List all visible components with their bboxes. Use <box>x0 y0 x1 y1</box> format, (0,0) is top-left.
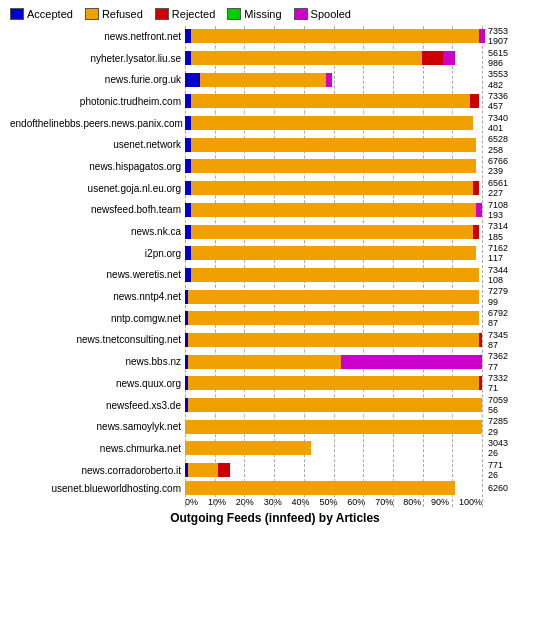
value-1: 3553 <box>488 69 508 79</box>
bar-refused <box>191 268 479 282</box>
table-row: nyheter.lysator.liu.se5615986 <box>10 48 540 69</box>
bar-label: news.quux.org <box>10 378 185 389</box>
bar-refused <box>191 225 473 239</box>
bar-spooled <box>476 203 482 217</box>
bar-track <box>185 181 485 195</box>
bar-track <box>185 246 485 260</box>
bar-track <box>185 463 485 477</box>
bar-spooled <box>443 51 455 65</box>
x-tick-20: 20% <box>236 497 254 507</box>
bar-label: nntp.comgw.net <box>10 313 185 324</box>
x-tick-60: 60% <box>347 497 365 507</box>
bar-accepted <box>185 73 200 87</box>
bar-values: 6260 <box>485 483 540 493</box>
value-2: 986 <box>488 58 503 68</box>
chart-body: news.netfront.net73531907nyheter.lysator… <box>10 26 540 507</box>
value-1: 6528 <box>488 134 508 144</box>
bar-track <box>185 355 485 369</box>
bar-label: news.hispagatos.org <box>10 161 185 172</box>
bar-refused <box>191 138 476 152</box>
bar-refused <box>188 333 479 347</box>
table-row: usenet.blueworldhosting.com6260 <box>10 481 540 495</box>
bar-label: usenet.blueworldhosting.com <box>10 483 185 494</box>
legend: Accepted Refused Rejected Missing Spoole… <box>10 8 540 20</box>
legend-refused: Refused <box>85 8 143 20</box>
value-1: 3043 <box>488 438 508 448</box>
bar-label: newsfeed.xs3.de <box>10 400 185 411</box>
bar-values: 6561227 <box>485 178 540 199</box>
value-2: 71 <box>488 383 498 393</box>
bar-label: news.furie.org.uk <box>10 74 185 85</box>
missing-label: Missing <box>244 8 281 20</box>
bar-refused <box>191 159 476 173</box>
bar-track <box>185 73 485 87</box>
table-row: endofthelinebbs.peers.news.panix.com7340… <box>10 113 540 134</box>
value-1: 7362 <box>488 351 508 361</box>
value-2: 401 <box>488 123 503 133</box>
refused-box <box>85 8 99 20</box>
bar-track <box>185 116 485 130</box>
bar-track <box>185 94 485 108</box>
bar-values: 728529 <box>485 416 540 437</box>
bar-track <box>185 333 485 347</box>
bar-label: news.netfront.net <box>10 31 185 42</box>
bar-rejected <box>479 333 482 347</box>
legend-rejected: Rejected <box>155 8 215 20</box>
value-1: 7279 <box>488 286 508 296</box>
bar-refused <box>200 73 326 87</box>
bar-track <box>185 225 485 239</box>
legend-missing: Missing <box>227 8 281 20</box>
value-2: 99 <box>488 297 498 307</box>
value-1: 7162 <box>488 243 508 253</box>
value-1: 7285 <box>488 416 508 426</box>
table-row: news.nk.ca7314185 <box>10 221 540 242</box>
value-1: 7353 <box>488 26 508 36</box>
bar-track <box>185 290 485 304</box>
bar-label: news.tnetconsulting.net <box>10 334 185 345</box>
chart-title: Outgoing Feeds (innfeed) by Articles <box>10 511 540 525</box>
bar-refused <box>191 51 422 65</box>
table-row: newsfeed.bofh.team7108193 <box>10 200 540 221</box>
bar-label: i2pn.org <box>10 248 185 259</box>
bar-refused <box>188 311 479 325</box>
value-2: 1907 <box>488 36 508 46</box>
value-1: 6792 <box>488 308 508 318</box>
accepted-box <box>10 8 24 20</box>
bar-rejected <box>473 225 479 239</box>
value-1: 7332 <box>488 373 508 383</box>
value-2: 26 <box>488 470 498 480</box>
value-2: 56 <box>488 405 498 415</box>
bar-values: 7344108 <box>485 265 540 286</box>
bar-track <box>185 268 485 282</box>
bar-refused <box>185 481 455 495</box>
bar-track <box>185 203 485 217</box>
value-2: 108 <box>488 275 503 285</box>
table-row: news.samoylyk.net728529 <box>10 416 540 437</box>
value-1: 6561 <box>488 178 508 188</box>
bar-refused <box>191 203 476 217</box>
bar-values: 705956 <box>485 395 540 416</box>
bar-refused <box>188 463 218 477</box>
bar-values: 77126 <box>485 460 540 481</box>
bar-track <box>185 441 485 455</box>
value-2: 227 <box>488 188 503 198</box>
bar-label: usenet.goja.nl.eu.org <box>10 183 185 194</box>
table-row: usenet.network6528258 <box>10 134 540 155</box>
value-2: 29 <box>488 427 498 437</box>
missing-box <box>227 8 241 20</box>
value-1: 5615 <box>488 48 508 58</box>
table-row: nntp.comgw.net679287 <box>10 308 540 329</box>
bar-refused <box>191 181 473 195</box>
bar-track <box>185 138 485 152</box>
bar-refused <box>185 441 311 455</box>
spooled-label: Spooled <box>311 8 351 20</box>
value-1: 7108 <box>488 200 508 210</box>
bar-track <box>185 398 485 412</box>
table-row: news.corradoroberto.it77126 <box>10 460 540 481</box>
bar-values: 73531907 <box>485 26 540 47</box>
bar-rejected <box>470 94 479 108</box>
table-row: news.hispagatos.org6766239 <box>10 156 540 177</box>
value-1: 7336 <box>488 91 508 101</box>
table-row: news.nntp4.net727999 <box>10 286 540 307</box>
bar-values: 7340401 <box>485 113 540 134</box>
